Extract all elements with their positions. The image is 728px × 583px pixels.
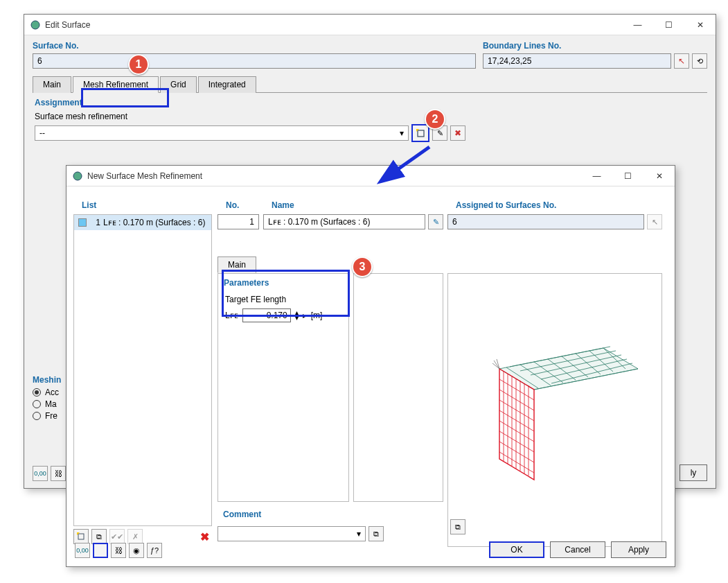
target-fe-label: Target FE length (218, 292, 348, 307)
chevron-down-icon: ▾ (400, 128, 404, 138)
svg-line-25 (499, 400, 534, 421)
surface-mesh-refinement-label: Surface mesh refinement (35, 112, 474, 121)
svg-point-0 (31, 21, 39, 29)
mesh-preview-icon (465, 320, 645, 501)
annotation-badge-1: 1 (128, 54, 149, 75)
svg-line-27 (499, 421, 534, 442)
lfe-play-icon[interactable]: ▸ (303, 311, 307, 320)
list-item[interactable]: 1 Lꜰᴇ : 0.170 m (Surfaces : 6) (74, 215, 211, 230)
pick-icon[interactable]: ↖ (674, 53, 689, 69)
mesh-refinement-dropdown[interactable]: -- ▾ (35, 125, 409, 141)
dialog-toolbar: 0,00 ⛓ ◉ ƒ? (75, 543, 162, 558)
svg-line-40 (497, 359, 499, 369)
window-title: Edit Surface (45, 20, 90, 30)
svg-line-39 (494, 360, 499, 369)
list-uncheck-icon: ✗ (127, 529, 143, 544)
units-icon[interactable]: 0,00 (75, 543, 90, 558)
list-panel: 1 Lꜰᴇ : 0.170 m (Surfaces : 6) (73, 214, 212, 526)
tab-main-inner[interactable]: Main (217, 256, 256, 273)
color-swatch (78, 218, 87, 227)
filter-icon[interactable]: ƒ? (147, 543, 162, 558)
surface-no-label: Surface No. (33, 41, 476, 51)
annotation-badge-2: 2 (425, 109, 445, 130)
parameters-panel: Parameters Target FE length Lꜰᴇ ▴▾ ▸ [m] (217, 273, 349, 502)
svg-rect-5 (78, 534, 84, 539)
svg-point-4 (73, 172, 82, 180)
inner-tabs: Main (217, 256, 258, 272)
list-label: List (76, 196, 102, 214)
list-delete-icon[interactable]: ✖ (197, 529, 212, 544)
titlebar-2: New Surface Mesh Refinement — ☐ ✕ (66, 166, 675, 186)
minimize-button[interactable]: — (622, 15, 653, 35)
svg-line-24 (499, 390, 534, 410)
chevron-down-icon: ▾ (357, 529, 361, 539)
color-icon[interactable] (93, 543, 108, 558)
tab-integrated[interactable]: Integrated (198, 76, 256, 93)
tab-mesh-refinement[interactable]: Mesh Refinement (73, 76, 159, 93)
svg-line-28 (499, 431, 534, 452)
boundary-lines-input[interactable] (483, 53, 671, 69)
revert-icon[interactable]: ⟲ (692, 53, 707, 69)
parameters-label: Parameters (218, 274, 348, 292)
app-icon (30, 19, 41, 31)
assignment-label: Assignment (35, 98, 474, 107)
rename-icon[interactable]: ✎ (428, 214, 443, 229)
view-icon[interactable]: ◉ (129, 543, 144, 558)
lfe-input[interactable] (242, 308, 291, 322)
no-input[interactable] (217, 214, 259, 229)
misc-button-1[interactable]: ⛓ (51, 466, 66, 481)
preview-panel (447, 273, 662, 547)
list-item-index: 1 (91, 218, 100, 227)
annotation-badge-3: 3 (352, 256, 373, 277)
tabs: Main Mesh Refinement Grid Integrated (33, 76, 707, 93)
surface-no-input[interactable] (33, 53, 476, 69)
blank-panel (353, 273, 443, 502)
window2-title: New Surface Mesh Refinement (87, 171, 202, 181)
assigned-input[interactable] (447, 214, 644, 229)
name-label: Name (266, 196, 300, 214)
ok-button[interactable]: OK (489, 541, 544, 558)
apply-button[interactable]: Apply (611, 541, 666, 558)
comment-dropdown[interactable]: ▾ (217, 526, 366, 541)
assigned-pick-icon[interactable]: ↖ (647, 214, 662, 229)
tab-grid[interactable]: Grid (160, 76, 197, 93)
tab-main[interactable]: Main (33, 76, 71, 93)
minimize-button-2[interactable]: — (581, 166, 612, 186)
maximize-button-2[interactable]: ☐ (612, 166, 643, 186)
svg-rect-1 (418, 130, 424, 137)
boundary-lines-label: Boundary Lines No. (483, 41, 707, 51)
list-copy-icon[interactable]: ⧉ (91, 529, 107, 544)
comment-label: Comment (217, 505, 384, 523)
units-button[interactable]: 0,00 (33, 466, 48, 481)
list-check-icon: ✔✔ (109, 529, 125, 544)
apply-button-parent[interactable]: ly (680, 464, 707, 481)
maximize-button[interactable]: ☐ (653, 15, 684, 35)
delete-refinement-button[interactable]: ✖ (450, 125, 465, 141)
axes-icon[interactable]: ⛓ (111, 543, 126, 558)
titlebar: Edit Surface — ☐ ✕ (24, 15, 716, 35)
cancel-button[interactable]: Cancel (550, 541, 605, 558)
lfe-label: Lꜰᴇ (225, 311, 238, 320)
preview-options-icon[interactable]: ⧉ (450, 519, 465, 534)
dropdown-value: -- (39, 128, 45, 138)
new-refinement-button[interactable] (411, 124, 429, 142)
no-label: No. (220, 196, 245, 214)
comment-manage-icon[interactable]: ⧉ (369, 526, 384, 541)
new-refinement-window: New Surface Mesh Refinement — ☐ ✕ List 1… (66, 165, 675, 567)
close-button[interactable]: ✕ (684, 15, 716, 35)
list-toolbar: ⧉ ✔✔ ✗ ✖ (73, 529, 212, 544)
spinner-icon[interactable]: ▴▾ (295, 310, 299, 321)
list-item-text: Lꜰᴇ : 0.170 m (Surfaces : 6) (103, 218, 205, 227)
svg-line-29 (499, 442, 534, 462)
lfe-unit: [m] (311, 311, 323, 320)
list-new-icon[interactable] (73, 529, 89, 544)
app-icon-2 (72, 171, 83, 182)
close-button-2[interactable]: ✕ (643, 166, 675, 186)
name-input[interactable] (263, 214, 425, 229)
svg-line-26 (499, 410, 534, 431)
assigned-label: Assigned to Surfaces No. (450, 196, 562, 214)
dialog-buttons: OK Cancel Apply (489, 541, 666, 558)
